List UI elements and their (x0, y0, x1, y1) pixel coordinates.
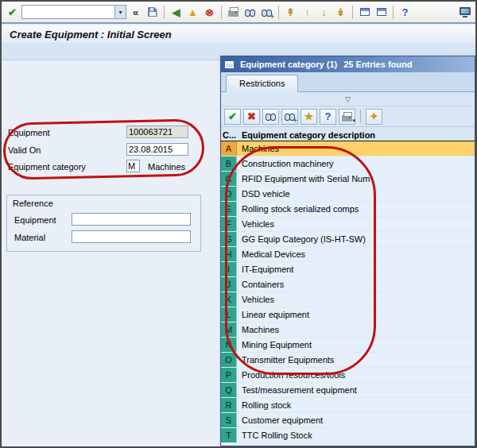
list-item[interactable]: PProduction resources/tools (221, 368, 475, 383)
collapse-search-icon[interactable]: ▽ (345, 95, 351, 103)
print-button[interactable]: ▾ (339, 109, 355, 125)
main-toolbar: ✔▾«◀▲⊗+↟↑↓↡? (2, 2, 475, 24)
row-description: Production resources/tools (237, 368, 475, 382)
row-key: R (221, 398, 237, 412)
list-item[interactable]: JContainers (221, 277, 475, 292)
copy-icon: ✔ (228, 111, 237, 122)
row-key: S (221, 413, 237, 427)
reference-material-field[interactable] (72, 230, 191, 243)
sap-window: ✔▾«◀▲⊗+↟↑↓↡? Create Equipment : Initial … (0, 0, 477, 448)
list-item[interactable]: LLinear equipment (221, 307, 475, 322)
find-button[interactable] (262, 109, 279, 125)
cancel-button[interactable]: ✖ (243, 109, 260, 125)
row-key: L (221, 307, 237, 322)
cancel-icon: ✖ (247, 111, 256, 122)
find-button[interactable] (242, 5, 258, 20)
list-item[interactable]: IIT-Equipment (221, 262, 475, 277)
personal-value-list-icon: ✦ (370, 111, 378, 122)
first-page-button[interactable]: ↟ (283, 5, 298, 20)
print-button[interactable] (226, 5, 241, 20)
row-key: K (221, 292, 237, 307)
list-item[interactable]: OTransmitter Equipments (221, 353, 475, 368)
popup-tabstrip: Restrictions (221, 72, 475, 92)
reference-equipment-field[interactable] (72, 213, 191, 226)
row-description: Transmitter Equipments (237, 353, 475, 367)
list-item[interactable]: GGG Equip Category (IS-HT-SW) (221, 232, 475, 247)
list-item[interactable]: AMachines (221, 141, 475, 156)
find-next-button[interactable]: + (281, 109, 298, 125)
list-item[interactable]: DDSD vehicle (221, 187, 475, 202)
column-header-description[interactable]: Equipment category description (237, 130, 375, 140)
plus-icon: + (270, 13, 274, 21)
reference-group-title: Reference (13, 199, 53, 208)
list-item[interactable]: BConstruction machinery (221, 156, 475, 172)
previous-page-icon: ↑ (304, 7, 310, 17)
list-item[interactable]: RRolling stock (221, 398, 475, 413)
row-key: M (221, 322, 237, 337)
last-page-icon: ↡ (336, 7, 345, 17)
column-header-key[interactable]: C... (221, 130, 237, 140)
exit-button[interactable]: ▲ (185, 5, 200, 20)
shortcut-button[interactable] (374, 5, 389, 20)
row-description: Vehicles (237, 217, 475, 231)
list-item[interactable]: FVehicles (221, 217, 475, 232)
list-item[interactable]: ERolling stock serialized comps (221, 202, 475, 217)
new-session-icon (360, 8, 370, 16)
previous-page-button[interactable]: ↑ (300, 5, 315, 20)
back-button[interactable]: ◀ (169, 5, 184, 20)
list-item[interactable]: CRFID Equipment with Serial Num (221, 172, 475, 187)
popup-toolbar: ✔✖+★?▾✦ (221, 106, 475, 127)
list-item[interactable]: HMedical Devices (221, 247, 475, 262)
new-session-button[interactable] (357, 5, 372, 20)
save-button[interactable] (145, 5, 160, 20)
search-area-collapse: ▽ (221, 92, 475, 106)
row-key: B (221, 156, 237, 171)
row-description: IT-Equipment (237, 262, 475, 276)
screen-titlebar: Create Equipment : Initial Screen (2, 25, 475, 43)
valid-on-label: Valid On (8, 145, 41, 155)
row-description: RFID Equipment with Serial Num (237, 172, 475, 186)
last-page-button[interactable]: ↡ (333, 5, 348, 20)
valid-on-field[interactable] (126, 143, 188, 156)
next-page-button[interactable]: ↓ (316, 5, 332, 20)
cancel-button[interactable]: ⊗ (202, 5, 217, 20)
row-key: I (221, 262, 237, 276)
reference-equipment-label: Equipment (14, 215, 56, 225)
list-item[interactable]: QTest/measurement equipment (221, 383, 475, 398)
list-item[interactable]: SCustomer equipment (221, 413, 475, 428)
copy-button[interactable]: ✔ (224, 109, 241, 125)
list-item[interactable]: TTTC Rolling Stock (221, 428, 475, 443)
row-description: DSD vehicle (237, 187, 475, 201)
row-description: Mining Equipment (237, 338, 475, 352)
favorites-button[interactable]: ★ (301, 109, 317, 125)
help-button[interactable]: ? (320, 109, 336, 125)
toolbar-separator (164, 6, 165, 19)
command-input[interactable] (22, 6, 114, 18)
dropdown-arrow-icon[interactable]: ▾ (114, 6, 126, 18)
list-item[interactable]: MMachines (221, 322, 475, 338)
row-description: Test/measurement equipment (237, 383, 475, 397)
find-icon (244, 8, 256, 17)
print-icon (342, 115, 352, 122)
customize-layout-button[interactable] (457, 5, 472, 20)
help-button[interactable]: ? (398, 5, 413, 20)
row-key: E (221, 202, 237, 216)
popup-titlebar[interactable]: Equipment category (1) 25 Entries found (221, 56, 475, 72)
toolbar-separator (221, 6, 222, 19)
list-header: C... Equipment category description (221, 127, 475, 141)
customize-layout-icon (460, 7, 471, 15)
row-key: P (221, 368, 237, 382)
equipment-field[interactable] (126, 126, 188, 138)
enter-button[interactable]: ✔ (5, 5, 20, 20)
personal-value-list-button[interactable]: ✦ (366, 109, 382, 125)
tab-restrictions[interactable]: Restrictions (226, 75, 298, 92)
command-field[interactable]: ▾ (21, 5, 126, 19)
list-item[interactable]: KVehicles (221, 292, 475, 307)
enter-icon: ✔ (8, 7, 17, 17)
find-next-button[interactable]: + (259, 5, 274, 20)
collapse-button[interactable]: « (128, 5, 143, 20)
row-description: GG Equip Category (IS-HT-SW) (237, 232, 475, 246)
equipment-category-field[interactable] (126, 160, 140, 172)
popup-entries-count: 25 Entries found (343, 60, 412, 69)
list-item[interactable]: NMining Equipment (221, 338, 475, 353)
